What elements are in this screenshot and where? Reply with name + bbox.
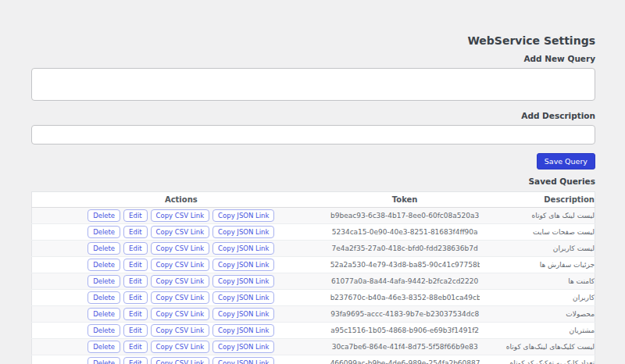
edit-button[interactable]: Edit <box>123 291 147 304</box>
copy-json-link-button[interactable]: Copy JSON Link <box>212 259 274 271</box>
copy-json-link-button[interactable]: Copy JSON Link <box>212 209 274 222</box>
edit-button[interactable]: Edit <box>123 341 147 353</box>
copy-json-link-button[interactable]: Copy JSON Link <box>212 308 274 320</box>
delete-button[interactable]: Delete <box>88 291 120 304</box>
description-cell: محصولات <box>480 306 595 323</box>
copy-csv-link-button[interactable]: Copy CSV Link <box>151 259 210 271</box>
token-cell: 7e4a2f35-27a0-418c-bfd0-fdd238636b7d <box>330 241 480 257</box>
token-cell: 61077a0a-8a44-4afa-9442-b2fca2cd2220 <box>330 273 480 290</box>
delete-button[interactable]: Delete <box>88 259 120 271</box>
copy-csv-link-button[interactable]: Copy CSV Link <box>151 324 210 337</box>
table-header: Actions Token Description <box>32 192 595 208</box>
save-query-button[interactable]: Save Query <box>537 153 595 170</box>
token-cell: b9beac93-6c38-4b17-8ee0-60fc08a520a3 <box>330 208 480 224</box>
table-row: DeleteEditCopy CSV LinkCopy JSON Link610… <box>32 273 595 290</box>
table-row: DeleteEditCopy CSV LinkCopy JSON Linkb23… <box>32 290 595 306</box>
description-cell: تعداد کلیک به تفکیک کد کوتاه <box>480 355 595 364</box>
table-row: DeleteEditCopy CSV LinkCopy JSON Link52a… <box>32 257 595 273</box>
actions-cell: DeleteEditCopy CSV LinkCopy JSON Link <box>32 241 330 257</box>
token-cell: 93fa9695-accc-4183-9b7e-b23037534dc8 <box>330 306 480 323</box>
row-button-group: DeleteEditCopy CSV LinkCopy JSON Link <box>88 308 274 320</box>
row-button-group: DeleteEditCopy CSV LinkCopy JSON Link <box>88 242 274 255</box>
row-button-group: DeleteEditCopy CSV LinkCopy JSON Link <box>88 324 274 337</box>
add-new-query-label: Add New Query <box>31 54 595 63</box>
delete-button[interactable]: Delete <box>88 308 120 320</box>
edit-button[interactable]: Edit <box>123 209 147 222</box>
table-row: DeleteEditCopy CSV LinkCopy JSON Linkb9b… <box>32 208 595 224</box>
row-button-group: DeleteEditCopy CSV LinkCopy JSON Link <box>88 357 274 364</box>
delete-button[interactable]: Delete <box>88 209 120 222</box>
copy-csv-link-button[interactable]: Copy CSV Link <box>151 357 210 364</box>
copy-json-link-button[interactable]: Copy JSON Link <box>212 324 274 337</box>
table-row: DeleteEditCopy CSV LinkCopy JSON Link523… <box>32 224 595 241</box>
row-button-group: DeleteEditCopy CSV LinkCopy JSON Link <box>88 341 274 353</box>
description-cell: جزئیات سفارش ها <box>480 257 595 273</box>
delete-button[interactable]: Delete <box>88 341 120 353</box>
description-cell: لیست کاربران <box>480 241 595 257</box>
row-button-group: DeleteEditCopy CSV LinkCopy JSON Link <box>88 275 274 287</box>
edit-button[interactable]: Edit <box>123 226 147 238</box>
description-input[interactable] <box>31 125 595 145</box>
actions-cell: DeleteEditCopy CSV LinkCopy JSON Link <box>32 257 330 273</box>
edit-button[interactable]: Edit <box>123 324 147 337</box>
actions-cell: DeleteEditCopy CSV LinkCopy JSON Link <box>32 355 330 364</box>
table-row: DeleteEditCopy CSV LinkCopy JSON Link93f… <box>32 306 595 323</box>
copy-json-link-button[interactable]: Copy JSON Link <box>212 357 274 364</box>
copy-csv-link-button[interactable]: Copy CSV Link <box>151 308 210 320</box>
description-cell: لیست لینک های کوتاه <box>480 208 595 224</box>
settings-page: WebService Settings Add New Query Add De… <box>0 0 625 364</box>
new-query-textarea[interactable] <box>31 68 595 101</box>
table-row: DeleteEditCopy CSV LinkCopy JSON Link7e4… <box>32 241 595 257</box>
page-title: WebService Settings <box>31 34 595 47</box>
actions-column-header: Actions <box>32 192 330 208</box>
copy-csv-link-button[interactable]: Copy CSV Link <box>151 242 210 255</box>
actions-cell: DeleteEditCopy CSV LinkCopy JSON Link <box>32 273 330 290</box>
row-button-group: DeleteEditCopy CSV LinkCopy JSON Link <box>88 259 274 271</box>
delete-button[interactable]: Delete <box>88 275 120 287</box>
token-cell: b237670c-b40a-46e3-8352-88eb01ca49cb <box>330 290 480 306</box>
edit-button[interactable]: Edit <box>123 242 147 255</box>
actions-cell: DeleteEditCopy CSV LinkCopy JSON Link <box>32 290 330 306</box>
copy-json-link-button[interactable]: Copy JSON Link <box>212 291 274 304</box>
delete-button[interactable]: Delete <box>88 324 120 337</box>
actions-cell: DeleteEditCopy CSV LinkCopy JSON Link <box>32 323 330 339</box>
table-row: DeleteEditCopy CSV LinkCopy JSON Linka95… <box>32 323 595 339</box>
description-column-header: Description <box>480 192 595 208</box>
copy-json-link-button[interactable]: Copy JSON Link <box>212 242 274 255</box>
copy-csv-link-button[interactable]: Copy CSV Link <box>151 209 210 222</box>
copy-csv-link-button[interactable]: Copy CSV Link <box>151 226 210 238</box>
token-cell: 466099ac-b9be-4de6-989e-254fa2b60887 <box>330 355 480 364</box>
edit-button[interactable]: Edit <box>123 308 147 320</box>
description-cell: کاربران <box>480 290 595 306</box>
edit-button[interactable]: Edit <box>123 275 147 287</box>
table-row: DeleteEditCopy CSV LinkCopy JSON Link30c… <box>32 339 595 355</box>
delete-button[interactable]: Delete <box>88 242 120 255</box>
description-cell: کامنت ها <box>480 273 595 290</box>
copy-json-link-button[interactable]: Copy JSON Link <box>212 341 274 353</box>
copy-json-link-button[interactable]: Copy JSON Link <box>212 226 274 238</box>
token-cell: 5234ca15-0e90-40e3-8251-81683f4ff90a <box>330 224 480 241</box>
copy-csv-link-button[interactable]: Copy CSV Link <box>151 341 210 353</box>
copy-csv-link-button[interactable]: Copy CSV Link <box>151 291 210 304</box>
copy-csv-link-button[interactable]: Copy CSV Link <box>151 275 210 287</box>
row-button-group: DeleteEditCopy CSV LinkCopy JSON Link <box>88 291 274 304</box>
save-row: Save Query <box>31 152 595 170</box>
token-cell: 52a2a530-4e79-43d8-ba85-90c41c97758b <box>330 257 480 273</box>
copy-json-link-button[interactable]: Copy JSON Link <box>212 275 274 287</box>
delete-button[interactable]: Delete <box>88 357 120 364</box>
saved-queries-heading: Saved Queries <box>31 177 595 186</box>
delete-button[interactable]: Delete <box>88 226 120 238</box>
description-cell: لیست کلیک‌های لینک‌های کوتاه <box>480 339 595 355</box>
actions-cell: DeleteEditCopy CSV LinkCopy JSON Link <box>32 224 330 241</box>
add-description-label: Add Description <box>31 111 595 120</box>
token-cell: a95c1516-1b05-4868-b906-e69b3f1491f2 <box>330 323 480 339</box>
description-cell: لیست صفحات سایت <box>480 224 595 241</box>
edit-button[interactable]: Edit <box>123 259 147 271</box>
actions-cell: DeleteEditCopy CSV LinkCopy JSON Link <box>32 208 330 224</box>
actions-cell: DeleteEditCopy CSV LinkCopy JSON Link <box>32 339 330 355</box>
token-column-header: Token <box>330 192 480 208</box>
edit-button[interactable]: Edit <box>123 357 147 364</box>
row-button-group: DeleteEditCopy CSV LinkCopy JSON Link <box>88 209 274 222</box>
saved-queries-table: Actions Token Description DeleteEditCopy… <box>31 191 595 364</box>
description-cell: مشتریان <box>480 323 595 339</box>
